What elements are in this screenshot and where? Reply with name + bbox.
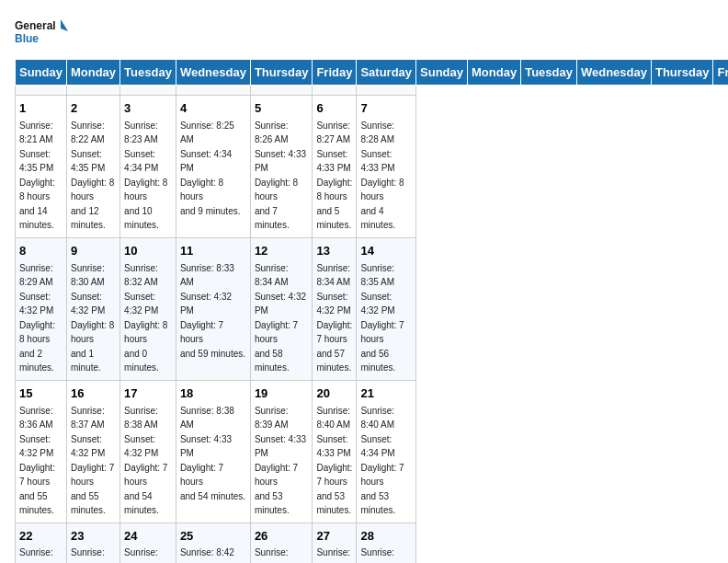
day-cell: 15Sunrise: 8:36 AM Sunset: 4:32 PM Dayli… bbox=[16, 380, 67, 523]
week-row-2: 8Sunrise: 8:29 AM Sunset: 4:32 PM Daylig… bbox=[16, 237, 729, 380]
day-cell: 16Sunrise: 8:37 AM Sunset: 4:32 PM Dayli… bbox=[66, 380, 119, 523]
day-number: 12 bbox=[255, 243, 309, 260]
day-number: 22 bbox=[19, 528, 63, 546]
day-cell: 11Sunrise: 8:33 AM Sunset: 4:32 PM Dayli… bbox=[176, 237, 250, 380]
header-col-friday: Friday bbox=[713, 60, 728, 86]
week-row-1: 1Sunrise: 8:21 AM Sunset: 4:35 PM Daylig… bbox=[16, 96, 729, 238]
day-info: Sunrise: 8:34 AM Sunset: 4:32 PM Dayligh… bbox=[316, 263, 352, 373]
day-cell: 2Sunrise: 8:22 AM Sunset: 4:35 PM Daylig… bbox=[66, 96, 119, 238]
day-number: 8 bbox=[19, 243, 63, 260]
day-number: 24 bbox=[124, 528, 172, 546]
day-cell bbox=[66, 86, 119, 96]
day-cell bbox=[16, 86, 67, 96]
day-number: 19 bbox=[255, 385, 309, 403]
day-number: 27 bbox=[316, 528, 352, 546]
header-thursday: Thursday bbox=[250, 60, 313, 86]
day-info: Sunrise: 8:42 AM Sunset: 4:36 PM Dayligh… bbox=[180, 547, 245, 563]
day-info: Sunrise: 8:42 AM Sunset: 4:35 PM Dayligh… bbox=[124, 547, 167, 563]
day-number: 25 bbox=[180, 528, 246, 546]
day-number: 13 bbox=[316, 243, 352, 260]
day-cell: 5Sunrise: 8:26 AM Sunset: 4:33 PM Daylig… bbox=[250, 96, 313, 238]
day-cell: 22Sunrise: 8:41 AM Sunset: 4:34 PM Dayli… bbox=[16, 523, 67, 563]
day-number: 1 bbox=[19, 100, 63, 118]
day-info: Sunrise: 8:37 AM Sunset: 4:32 PM Dayligh… bbox=[71, 406, 114, 516]
day-cell: 13Sunrise: 8:34 AM Sunset: 4:32 PM Dayli… bbox=[313, 237, 357, 380]
day-info: Sunrise: 8:32 AM Sunset: 4:32 PM Dayligh… bbox=[124, 263, 167, 373]
day-info: Sunrise: 8:33 AM Sunset: 4:32 PM Dayligh… bbox=[180, 263, 245, 359]
day-number: 5 bbox=[255, 100, 309, 118]
day-info: Sunrise: 8:40 AM Sunset: 4:33 PM Dayligh… bbox=[316, 406, 352, 516]
page-header: General Blue bbox=[15, 15, 713, 52]
svg-text:General: General bbox=[15, 19, 56, 32]
day-info: Sunrise: 8:25 AM Sunset: 4:34 PM Dayligh… bbox=[180, 121, 241, 216]
week-row-4: 22Sunrise: 8:41 AM Sunset: 4:34 PM Dayli… bbox=[16, 523, 729, 563]
svg-marker-2 bbox=[61, 19, 68, 31]
day-number: 26 bbox=[255, 528, 309, 546]
header-monday: Monday bbox=[66, 60, 119, 86]
header-wednesday: Wednesday bbox=[176, 60, 250, 86]
day-number: 6 bbox=[316, 100, 352, 118]
day-cell: 24Sunrise: 8:42 AM Sunset: 4:35 PM Dayli… bbox=[120, 523, 176, 563]
day-cell: 25Sunrise: 8:42 AM Sunset: 4:36 PM Dayli… bbox=[176, 523, 250, 563]
day-number: 7 bbox=[360, 100, 412, 118]
day-cell: 9Sunrise: 8:30 AM Sunset: 4:32 PM Daylig… bbox=[66, 237, 119, 380]
day-cell: 7Sunrise: 8:28 AM Sunset: 4:33 PM Daylig… bbox=[357, 96, 416, 238]
header-col-monday: Monday bbox=[468, 60, 521, 86]
day-cell: 21Sunrise: 8:40 AM Sunset: 4:34 PM Dayli… bbox=[357, 380, 416, 523]
day-cell: 1Sunrise: 8:21 AM Sunset: 4:35 PM Daylig… bbox=[16, 96, 67, 238]
header-saturday: Saturday bbox=[357, 60, 416, 86]
day-number: 4 bbox=[180, 100, 246, 118]
day-info: Sunrise: 8:38 AM Sunset: 4:32 PM Dayligh… bbox=[124, 406, 167, 516]
day-cell: 19Sunrise: 8:39 AM Sunset: 4:33 PM Dayli… bbox=[250, 380, 313, 523]
day-cell bbox=[120, 86, 176, 96]
day-info: Sunrise: 8:41 AM Sunset: 4:34 PM Dayligh… bbox=[19, 547, 55, 563]
day-info: Sunrise: 8:42 AM Sunset: 4:38 PM Dayligh… bbox=[316, 547, 352, 563]
day-info: Sunrise: 8:30 AM Sunset: 4:32 PM Dayligh… bbox=[71, 263, 114, 373]
day-info: Sunrise: 8:36 AM Sunset: 4:32 PM Dayligh… bbox=[19, 406, 55, 516]
week-row-0 bbox=[16, 86, 729, 96]
calendar-header-row: SundayMondayTuesdayWednesdayThursdayFrid… bbox=[16, 60, 729, 86]
day-cell bbox=[250, 86, 313, 96]
day-info: Sunrise: 8:35 AM Sunset: 4:32 PM Dayligh… bbox=[360, 263, 404, 373]
day-cell: 6Sunrise: 8:27 AM Sunset: 4:33 PM Daylig… bbox=[313, 96, 357, 238]
day-number: 15 bbox=[19, 385, 63, 403]
day-info: Sunrise: 8:21 AM Sunset: 4:35 PM Dayligh… bbox=[19, 121, 55, 231]
day-cell: 26Sunrise: 8:42 AM Sunset: 4:37 PM Dayli… bbox=[250, 523, 313, 563]
header-friday: Friday bbox=[313, 60, 357, 86]
header-col-tuesday: Tuesday bbox=[521, 60, 577, 86]
header-sunday: Sunday bbox=[16, 60, 67, 86]
day-number: 16 bbox=[71, 385, 116, 403]
day-cell: 3Sunrise: 8:23 AM Sunset: 4:34 PM Daylig… bbox=[120, 96, 176, 238]
day-cell: 27Sunrise: 8:42 AM Sunset: 4:38 PM Dayli… bbox=[313, 523, 357, 563]
day-cell: 12Sunrise: 8:34 AM Sunset: 4:32 PM Dayli… bbox=[250, 237, 313, 380]
day-number: 18 bbox=[180, 385, 246, 403]
day-number: 9 bbox=[71, 243, 116, 260]
header-col-wednesday: Wednesday bbox=[576, 60, 651, 86]
header-col-sunday: Sunday bbox=[416, 60, 468, 86]
day-cell: 8Sunrise: 8:29 AM Sunset: 4:32 PM Daylig… bbox=[16, 237, 67, 380]
day-info: Sunrise: 8:28 AM Sunset: 4:33 PM Dayligh… bbox=[360, 121, 404, 231]
day-cell: 4Sunrise: 8:25 AM Sunset: 4:34 PM Daylig… bbox=[176, 96, 250, 238]
day-number: 11 bbox=[180, 243, 246, 260]
day-info: Sunrise: 8:27 AM Sunset: 4:33 PM Dayligh… bbox=[316, 121, 352, 231]
header-col-thursday: Thursday bbox=[651, 60, 713, 86]
day-number: 10 bbox=[124, 243, 172, 260]
day-info: Sunrise: 8:39 AM Sunset: 4:33 PM Dayligh… bbox=[255, 406, 306, 516]
day-cell: 23Sunrise: 8:41 AM Sunset: 4:35 PM Dayli… bbox=[66, 523, 119, 563]
logo: General Blue bbox=[15, 15, 70, 52]
day-cell bbox=[176, 86, 250, 96]
day-info: Sunrise: 8:40 AM Sunset: 4:34 PM Dayligh… bbox=[360, 406, 404, 516]
day-info: Sunrise: 8:29 AM Sunset: 4:32 PM Dayligh… bbox=[19, 263, 55, 373]
day-info: Sunrise: 8:42 AM Sunset: 4:37 PM Dayligh… bbox=[255, 547, 306, 563]
day-cell bbox=[357, 86, 416, 96]
day-number: 17 bbox=[124, 385, 172, 403]
day-number: 21 bbox=[360, 385, 412, 403]
day-info: Sunrise: 8:41 AM Sunset: 4:35 PM Dayligh… bbox=[71, 547, 114, 563]
day-number: 23 bbox=[71, 528, 116, 546]
day-info: Sunrise: 8:38 AM Sunset: 4:33 PM Dayligh… bbox=[180, 406, 245, 501]
day-cell: 18Sunrise: 8:38 AM Sunset: 4:33 PM Dayli… bbox=[176, 380, 250, 523]
day-cell: 28Sunrise: 8:42 AM Sunset: 4:38 PM Dayli… bbox=[357, 523, 416, 563]
day-info: Sunrise: 8:42 AM Sunset: 4:38 PM Dayligh… bbox=[360, 547, 404, 563]
day-cell: 10Sunrise: 8:32 AM Sunset: 4:32 PM Dayli… bbox=[120, 237, 176, 380]
svg-text:Blue: Blue bbox=[15, 32, 39, 45]
